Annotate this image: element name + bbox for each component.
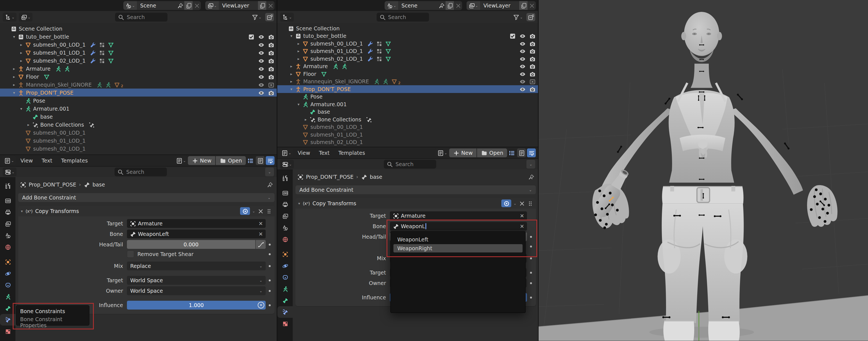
properties-search-input[interactable] — [126, 168, 162, 175]
outliner-row-pose[interactable]: Pose — [0, 97, 277, 104]
constraint-panel-header[interactable]: ▾ (xˣ) Copy Transforms ⌄ — [18, 206, 275, 216]
editor-type-outliner-button[interactable]: ⌄ — [3, 13, 17, 22]
expander-icon[interactable]: ▸ — [10, 74, 18, 79]
add-bone-constraint-button[interactable]: Add Bone Constraint⌄ — [18, 193, 275, 202]
tab-object-data[interactable] — [0, 291, 16, 302]
tab-bone[interactable] — [277, 294, 293, 306]
animate-dot[interactable] — [530, 257, 532, 259]
expander-icon[interactable]: ▾ — [10, 34, 18, 39]
outliner-row-submesh-00-lod-1[interactable]: ▸submesh_00_LOD_1 — [277, 40, 538, 48]
outliner-row-scene-collection[interactable]: Scene Collection — [0, 25, 277, 33]
outliner-filter-button[interactable]: ⌄ — [250, 13, 263, 21]
tab-bone[interactable] — [0, 302, 16, 314]
outliner-row-prop-don-t-pose[interactable]: ▾Prop_DON'T_POSE — [277, 85, 538, 93]
hide-viewport-icon[interactable] — [519, 79, 525, 85]
scene-browse-button[interactable]: ⌄ — [123, 1, 137, 10]
expander-icon[interactable]: ▸ — [295, 41, 302, 46]
properties-search[interactable] — [384, 160, 436, 168]
render-visibility-icon[interactable] — [529, 33, 535, 39]
properties-options-button[interactable]: ⌄ — [526, 160, 535, 168]
expander-icon[interactable]: ▸ — [25, 123, 32, 127]
editor-type-properties-button[interactable]: ⌄ — [280, 160, 294, 168]
add-bone-constraint-button[interactable]: Add Bone Constraint⌄ — [296, 185, 536, 194]
expander-icon[interactable]: ▸ — [18, 59, 25, 63]
hide-viewport-icon[interactable] — [519, 33, 525, 39]
clear-keyframe-icon[interactable]: ✕ — [258, 302, 264, 308]
expander-icon[interactable]: ▾ — [10, 91, 18, 95]
tab-physics[interactable] — [277, 260, 293, 272]
tab-tool[interactable] — [0, 180, 16, 191]
expander-icon[interactable]: ▸ — [288, 64, 295, 68]
render-visibility-icon[interactable] — [268, 66, 274, 72]
outliner-row-submesh-01-lod-1[interactable]: ▸submesh_01_LOD_1 — [277, 48, 538, 55]
tab-scene[interactable] — [0, 229, 16, 241]
expander-icon[interactable]: ▾ — [288, 34, 295, 38]
clear-target-icon[interactable]: ✕ — [517, 213, 527, 219]
hide-viewport-icon[interactable] — [519, 40, 525, 46]
render-disabled-icon[interactable] — [268, 82, 274, 88]
hide-viewport-icon[interactable] — [519, 63, 525, 69]
expander-icon[interactable]: ▸ — [10, 83, 18, 87]
outliner-row-submesh-02-lod-1[interactable]: ▸submesh_02_LOD_1 — [277, 55, 538, 63]
menu-templates[interactable]: Templates — [57, 158, 92, 164]
outliner-filter-button[interactable]: ⌄ — [512, 13, 524, 21]
outliner-row-mannequin-skel-ignore[interactable]: ▸Mannequin_Skel_IGNORE2 — [277, 78, 538, 86]
new-scene-button[interactable] — [445, 1, 454, 10]
expander-icon[interactable]: ▸ — [295, 57, 302, 61]
render-visibility-icon[interactable] — [268, 90, 274, 96]
outliner-row-floor[interactable]: ▸Floor — [277, 70, 538, 78]
outliner-row-bone-collections[interactable]: ▸Bone Collections — [0, 121, 277, 129]
tab-render[interactable] — [0, 195, 16, 206]
outliner-row-submesh-01-lod-1[interactable]: submesh_01_LOD_1 — [277, 131, 538, 138]
breadcrumb-bone[interactable]: base — [92, 182, 105, 188]
render-visibility-icon[interactable] — [529, 40, 535, 46]
tab-output[interactable] — [0, 206, 16, 218]
tab-view-layer[interactable] — [277, 210, 293, 222]
outliner-row-base[interactable]: base — [277, 108, 538, 116]
tab-object[interactable] — [277, 248, 293, 260]
text-datablock-browse-button[interactable]: ⌄ — [435, 148, 449, 157]
pin-icon[interactable] — [176, 1, 184, 10]
expander-icon[interactable]: ▸ — [10, 66, 18, 71]
hide-viewport-icon[interactable] — [258, 66, 264, 72]
outliner-row-armature-001[interactable]: ▾Armature.001 — [0, 104, 277, 113]
constraint-extras-button[interactable]: ⌄ — [514, 202, 517, 206]
animate-dot[interactable] — [530, 236, 532, 238]
editor-type-outliner-button[interactable]: ⌄ — [280, 13, 294, 22]
render-visibility-icon[interactable] — [268, 42, 274, 48]
outliner-search[interactable] — [377, 13, 429, 22]
constraint-panel-header[interactable]: ▾ (xˣ) Copy Transforms ⌄ — [296, 198, 536, 209]
animate-dot[interactable] — [269, 304, 271, 306]
outliner-row-submesh-00-lod-1[interactable]: submesh_00_LOD_1 — [277, 123, 538, 131]
animate-dot[interactable] — [269, 244, 271, 246]
animate-dot[interactable] — [269, 265, 271, 267]
viewlayer-browse-button[interactable]: ⌄ — [467, 1, 480, 10]
animate-dot[interactable] — [269, 253, 271, 255]
target-field[interactable]: Armature✕ — [127, 219, 266, 228]
checkbox-icon[interactable] — [509, 33, 516, 39]
text-new-button[interactable]: New — [449, 148, 476, 157]
properties-search-input[interactable] — [395, 161, 432, 167]
pin-id-button[interactable] — [267, 182, 273, 188]
tab-texture[interactable] — [277, 318, 293, 330]
scene-selector[interactable]: ⌄ Scene — [123, 1, 201, 10]
text-new-button[interactable]: New — [188, 156, 215, 165]
scene-selector[interactable]: ⌄ Scene — [384, 1, 462, 10]
hide-viewport-icon[interactable] — [519, 48, 525, 54]
hide-viewport-icon[interactable] — [519, 86, 525, 92]
outliner-row-pose[interactable]: Pose — [277, 93, 538, 101]
animate-dot[interactable] — [530, 282, 532, 284]
pin-id-button[interactable] — [528, 174, 534, 180]
render-visibility-icon[interactable] — [268, 74, 274, 80]
outliner-row-base[interactable]: base — [0, 113, 277, 121]
outliner-row-submesh-00-lod-1[interactable]: submesh_00_LOD_1 — [0, 129, 277, 136]
hide-viewport-icon[interactable] — [519, 71, 525, 77]
head-tail-slider[interactable]: 0.000 — [127, 240, 266, 249]
render-visibility-icon[interactable] — [268, 34, 274, 40]
tab-tool[interactable] — [277, 172, 293, 184]
outliner-search-input[interactable] — [126, 14, 163, 21]
syntax-highlight-toggle[interactable] — [517, 148, 526, 157]
editor-type-text-button[interactable]: ⌄ — [2, 156, 16, 165]
tab-world[interactable] — [0, 241, 16, 253]
menu-view[interactable]: View — [293, 150, 314, 156]
